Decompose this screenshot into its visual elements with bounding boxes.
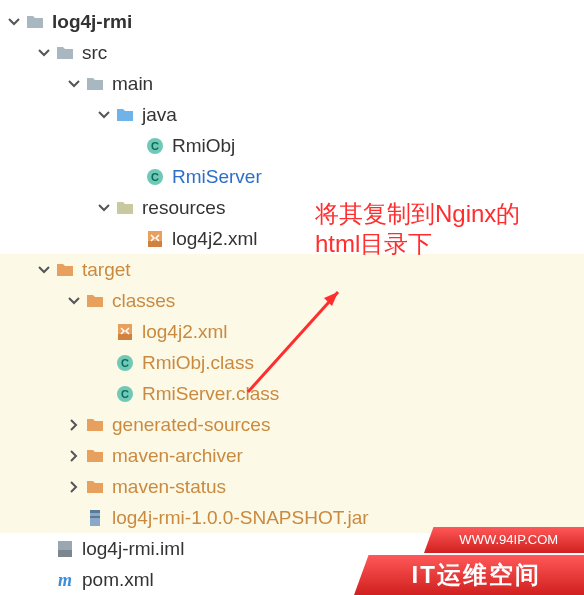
tree-row-rmiserver[interactable]: RmiServer — [0, 161, 584, 192]
annotation-line1: 将其复制到Nginx的 — [315, 199, 520, 229]
node-label: java — [142, 104, 177, 126]
node-label: target — [82, 259, 131, 281]
chevron-down-icon[interactable] — [94, 109, 114, 121]
folder-target-icon — [84, 478, 106, 496]
chevron-right-icon[interactable] — [64, 419, 84, 431]
tree-row-java[interactable]: java — [0, 99, 584, 130]
xml-file-icon — [144, 230, 166, 248]
tree-row-rmiobj-class[interactable]: RmiObj.class — [0, 347, 584, 378]
chevron-right-icon[interactable] — [64, 450, 84, 462]
tree-row-rmiserver-class[interactable]: RmiServer.class — [0, 378, 584, 409]
annotation-line2: html目录下 — [315, 229, 520, 259]
jar-file-icon — [84, 509, 106, 527]
node-label: main — [112, 73, 153, 95]
node-label: pom.xml — [82, 569, 154, 591]
tree-row-pom[interactable]: pom.xml — [0, 564, 584, 595]
tree-row-status[interactable]: maven-status — [0, 471, 584, 502]
annotation-text: 将其复制到Nginx的 html目录下 — [315, 199, 520, 259]
chevron-down-icon[interactable] — [34, 47, 54, 59]
project-tree: log4j-rmi src main java RmiObj RmiServer… — [0, 0, 584, 595]
node-label: src — [82, 42, 107, 64]
node-label: log4j2.xml — [142, 321, 228, 343]
folder-target-icon — [54, 261, 76, 279]
class-icon — [144, 168, 166, 186]
node-label: RmiObj — [172, 135, 235, 157]
chevron-down-icon[interactable] — [4, 16, 24, 28]
node-label: RmiServer — [172, 166, 262, 188]
tree-row-classes[interactable]: classes — [0, 285, 584, 316]
iml-file-icon — [54, 540, 76, 558]
node-label: maven-archiver — [112, 445, 243, 467]
folder-icon — [84, 75, 106, 93]
class-icon — [114, 385, 136, 403]
node-label: resources — [142, 197, 225, 219]
folder-target-icon — [84, 416, 106, 434]
tree-row-iml[interactable]: log4j-rmi.iml — [0, 533, 584, 564]
chevron-down-icon[interactable] — [64, 78, 84, 90]
tree-row-jar[interactable]: log4j-rmi-1.0.0-SNAPSHOT.jar — [0, 502, 584, 533]
node-label: maven-status — [112, 476, 226, 498]
folder-source-icon — [114, 106, 136, 124]
chevron-right-icon[interactable] — [64, 481, 84, 493]
maven-file-icon — [54, 571, 76, 589]
node-label: log4j-rmi-1.0.0-SNAPSHOT.jar — [112, 507, 369, 529]
folder-target-icon — [84, 447, 106, 465]
folder-icon — [24, 13, 46, 31]
chevron-down-icon[interactable] — [94, 202, 114, 214]
node-label: log4j-rmi.iml — [82, 538, 184, 560]
folder-target-icon — [84, 292, 106, 310]
node-label: RmiObj.class — [142, 352, 254, 374]
tree-row-root[interactable]: log4j-rmi — [0, 6, 584, 37]
node-label: classes — [112, 290, 175, 312]
chevron-down-icon[interactable] — [34, 264, 54, 276]
class-icon — [114, 354, 136, 372]
node-label: log4j2.xml — [172, 228, 258, 250]
node-label: RmiServer.class — [142, 383, 279, 405]
node-label: log4j-rmi — [52, 11, 132, 33]
tree-row-log4j2-cls[interactable]: log4j2.xml — [0, 316, 584, 347]
tree-row-archiver[interactable]: maven-archiver — [0, 440, 584, 471]
folder-icon — [54, 44, 76, 62]
xml-file-icon — [114, 323, 136, 341]
node-label: generated-sources — [112, 414, 270, 436]
tree-row-main[interactable]: main — [0, 68, 584, 99]
tree-row-src[interactable]: src — [0, 37, 584, 68]
tree-row-rmiobj[interactable]: RmiObj — [0, 130, 584, 161]
folder-resources-icon — [114, 199, 136, 217]
tree-row-generated[interactable]: generated-sources — [0, 409, 584, 440]
class-icon — [144, 137, 166, 155]
chevron-down-icon[interactable] — [64, 295, 84, 307]
